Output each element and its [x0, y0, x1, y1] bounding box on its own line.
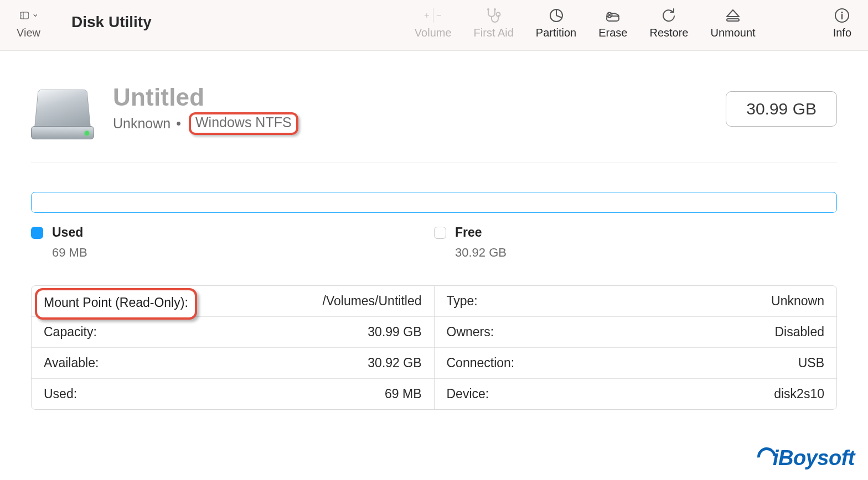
sidebar-icon	[20, 8, 38, 23]
restore-button[interactable]: Restore	[649, 8, 688, 39]
free-label: Free	[455, 225, 482, 240]
svg-point-19	[841, 12, 843, 13]
swatch-free	[434, 227, 446, 239]
info-row: Available: 30.92 GB	[32, 347, 434, 378]
chevron-down-icon	[33, 13, 38, 18]
unmount-label: Unmount	[710, 27, 755, 39]
info-row: Used: 69 MB	[32, 378, 434, 409]
svg-point-2	[21, 14, 22, 14]
filesystem-highlight: Windows NTFS	[189, 112, 298, 135]
swatch-used	[31, 227, 43, 239]
used-value: 69 MB	[52, 246, 434, 260]
usage-bar	[31, 192, 837, 213]
type-value: Unknown	[771, 294, 824, 309]
erase-button[interactable]: Erase	[598, 8, 627, 39]
firstaid-button: First Aid	[474, 8, 514, 39]
available-key: Available:	[44, 356, 99, 371]
usage-legend: Used 69 MB Free 30.92 GB	[31, 225, 837, 260]
info-row: Device: disk2s10	[435, 378, 837, 409]
type-key: Type:	[447, 294, 478, 309]
info-table: Mount Point (Read-Only): Mount Point (Re…	[31, 285, 837, 410]
device-value: disk2s10	[774, 387, 824, 401]
app-title: Disk Utility	[71, 8, 152, 31]
used-key: Used:	[44, 387, 77, 401]
used-label: Used	[52, 225, 83, 240]
volume-button: Volume	[415, 8, 452, 39]
svg-rect-17	[727, 19, 739, 21]
svg-point-8	[487, 8, 489, 11]
svg-point-9	[494, 8, 496, 11]
partition-label: Partition	[536, 27, 576, 39]
legend-free: Free	[434, 225, 837, 240]
volume-header: Untitled Unknown • Windows NTFS 30.99 GB	[31, 79, 837, 139]
svg-point-3	[21, 15, 22, 15]
used-info-value: 69 MB	[385, 387, 421, 401]
mount-point-value: /Volumes/Untitled	[323, 294, 422, 309]
info-label: Info	[833, 27, 851, 39]
eject-icon	[724, 8, 742, 23]
info-row: Capacity: 30.99 GB	[32, 316, 434, 347]
firstaid-label: First Aid	[474, 27, 514, 39]
volume-label: Volume	[415, 27, 452, 39]
legend-used: Used	[31, 225, 434, 240]
watermark: iBoysoft	[757, 446, 855, 470]
unmount-button[interactable]: Unmount	[710, 8, 755, 39]
view-label: View	[17, 27, 40, 39]
owners-key: Owners:	[447, 325, 494, 340]
dot-separator: •	[176, 116, 181, 132]
toolbar: View Disk Utility Volume First Aid Parti…	[0, 0, 868, 51]
info-col-right: Type: Unknown Owners: Disabled Connectio…	[434, 286, 837, 409]
mount-point-highlight: Mount Point (Read-Only):	[35, 288, 197, 320]
svg-marker-16	[727, 10, 739, 17]
available-value: 30.92 GB	[368, 356, 421, 371]
volume-plus-minus-icon	[424, 8, 442, 23]
info-row: Owners: Disabled	[435, 316, 837, 347]
size-chip: 30.99 GB	[726, 91, 837, 127]
connection-value: USB	[798, 356, 824, 371]
toolbar-left: View Disk Utility	[17, 8, 152, 39]
info-row: Connection: USB	[435, 347, 837, 378]
capacity-key: Capacity:	[44, 325, 97, 340]
info-button[interactable]: Info	[833, 8, 851, 39]
plus-icon	[424, 9, 430, 22]
erase-icon	[604, 8, 622, 23]
disk-icon	[31, 79, 94, 139]
content: Untitled Unknown • Windows NTFS 30.99 GB…	[0, 51, 868, 410]
volume-subtitle: Unknown • Windows NTFS	[113, 112, 298, 135]
free-value: 30.92 GB	[455, 246, 837, 260]
pie-icon	[547, 8, 565, 23]
minus-icon	[436, 9, 442, 22]
stethoscope-icon	[485, 8, 503, 23]
restore-label: Restore	[649, 27, 688, 39]
capacity-value: 30.99 GB	[368, 325, 421, 340]
info-row: Type: Unknown	[435, 286, 837, 316]
device-key: Device:	[447, 387, 489, 401]
restore-icon	[660, 8, 678, 23]
connection-key: Connection:	[447, 356, 515, 371]
volume-type: Unknown	[113, 116, 170, 132]
svg-point-4	[21, 17, 22, 17]
view-button[interactable]: View	[17, 8, 40, 39]
divider	[31, 163, 837, 163]
partition-button[interactable]: Partition	[536, 8, 576, 39]
info-icon	[833, 8, 851, 23]
volume-name: Untitled	[113, 84, 298, 111]
toolbar-right: Volume First Aid Partition Erase Restore	[415, 8, 851, 39]
erase-label: Erase	[598, 27, 627, 39]
owners-value: Disabled	[775, 325, 825, 340]
